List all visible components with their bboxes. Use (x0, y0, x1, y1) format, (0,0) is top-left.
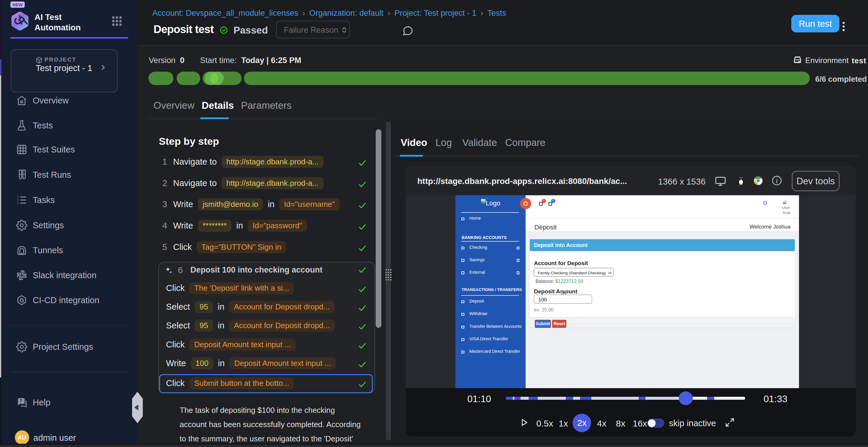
svg-text:?: ? (19, 398, 22, 403)
